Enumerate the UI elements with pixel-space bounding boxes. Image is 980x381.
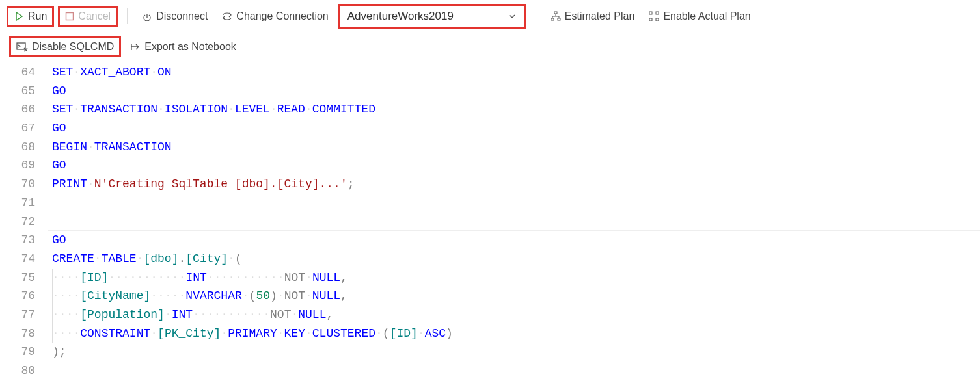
play-icon [14, 11, 24, 21]
line-number: 68 [0, 138, 35, 157]
line-number: 75 [0, 269, 35, 287]
export-icon [130, 42, 141, 52]
line-number: 64 [0, 63, 35, 82]
cancel-button-label: Cancel [78, 10, 111, 22]
run-button[interactable]: Run [7, 6, 54, 27]
chevron-down-icon [508, 12, 517, 21]
code-editor[interactable]: 6465666768697071727374757677787980 SET·X… [0, 60, 980, 380]
sqlcmd-icon [16, 42, 28, 52]
svg-rect-4 [649, 12, 652, 14]
enable-actual-plan-label: Enable Actual Plan [663, 10, 750, 22]
change-connection-icon [222, 11, 232, 21]
toolbar-row-2: Disable SQLCMD Export as Notebook [7, 33, 973, 57]
svg-rect-0 [66, 13, 74, 20]
line-number: 79 [0, 343, 35, 361]
code-line[interactable]: GO [52, 156, 980, 175]
code-line[interactable]: GO [52, 231, 980, 250]
change-connection-button[interactable]: Change Connection [217, 8, 333, 25]
svg-rect-5 [656, 12, 659, 14]
line-number: 65 [0, 82, 35, 101]
code-line[interactable]: BEGIN·TRANSACTION [52, 138, 980, 157]
run-button-label: Run [28, 10, 47, 22]
database-select-value: AdventureWorks2019 [347, 10, 454, 23]
svg-rect-7 [656, 18, 659, 21]
code-line[interactable]: GO [52, 119, 980, 138]
database-select[interactable]: AdventureWorks2019 [338, 4, 526, 29]
code-line[interactable]: ····[ID]···········INT···········NOT·NUL… [52, 269, 980, 287]
code-line[interactable]: ····[CityName]·····NVARCHAR·(50)·NOT·NUL… [52, 287, 980, 306]
main-toolbar: Run Cancel Disconnect Change Connection … [0, 0, 980, 60]
export-notebook-label: Export as Notebook [144, 41, 236, 53]
disable-sqlcmd-label: Disable SQLCMD [32, 41, 114, 53]
line-number: 69 [0, 156, 35, 175]
code-line[interactable]: ); [52, 343, 980, 361]
code-content[interactable]: SET·XACT_ABORT·ONGOSET·TRANSACTION·ISOLA… [52, 63, 980, 380]
line-number: 67 [0, 119, 35, 138]
code-line[interactable]: SET·XACT_ABORT·ON [52, 63, 980, 82]
code-line[interactable]: CREATE·TABLE·[dbo].[City]·( [52, 250, 980, 269]
code-line[interactable]: ····[Population]·INT···········NOT·NULL, [52, 306, 980, 324]
disconnect-button[interactable]: Disconnect [137, 8, 213, 25]
line-number: 73 [0, 231, 35, 250]
cancel-button: Cancel [58, 6, 118, 27]
line-number: 80 [0, 361, 35, 380]
stop-icon [65, 12, 74, 21]
line-number: 70 [0, 175, 35, 194]
estimated-plan-label: Estimated Plan [565, 10, 635, 22]
code-line[interactable]: ····CONSTRAINT·[PK_City]·PRIMARY·KEY·CLU… [52, 324, 980, 343]
svg-rect-6 [649, 18, 652, 21]
disable-sqlcmd-button[interactable]: Disable SQLCMD [9, 36, 121, 57]
code-line[interactable] [52, 194, 980, 213]
line-number: 76 [0, 287, 35, 306]
disconnect-button-label: Disconnect [156, 10, 208, 22]
estimated-plan-icon [551, 11, 561, 21]
line-number: 74 [0, 250, 35, 269]
code-line[interactable] [52, 213, 980, 231]
disconnect-icon [142, 11, 152, 21]
estimated-plan-button[interactable]: Estimated Plan [545, 8, 640, 25]
svg-rect-1 [554, 12, 557, 14]
code-line[interactable]: GO [52, 82, 980, 101]
line-number: 78 [0, 324, 35, 343]
code-line[interactable]: SET·TRANSACTION·ISOLATION·LEVEL·READ·COM… [52, 100, 980, 119]
toolbar-divider [127, 8, 128, 24]
svg-rect-3 [558, 18, 560, 20]
svg-rect-2 [551, 18, 554, 20]
toolbar-divider [536, 8, 536, 24]
line-number: 77 [0, 306, 35, 324]
enable-actual-plan-button[interactable]: Enable Actual Plan [644, 8, 755, 25]
line-number: 66 [0, 100, 35, 119]
line-gutter: 6465666768697071727374757677787980 [0, 63, 52, 380]
line-number: 72 [0, 213, 35, 231]
line-number: 71 [0, 194, 35, 213]
code-line[interactable]: PRINT·N'Creating SqlTable [dbo].[City]..… [52, 175, 980, 194]
change-connection-label: Change Connection [236, 10, 328, 22]
export-notebook-button[interactable]: Export as Notebook [125, 38, 241, 55]
code-line[interactable] [52, 361, 980, 380]
actual-plan-icon [649, 11, 659, 21]
